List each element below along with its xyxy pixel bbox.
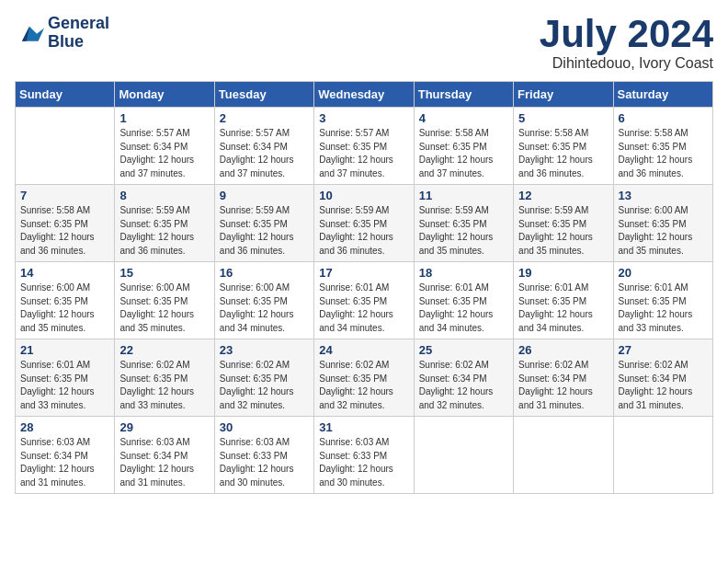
calendar-cell: 29Sunrise: 6:03 AM Sunset: 6:34 PM Dayli… (115, 417, 214, 494)
day-number: 19 (518, 266, 608, 280)
logo-text: General Blue (48, 15, 109, 52)
day-info: Sunrise: 5:58 AM Sunset: 6:35 PM Dayligh… (20, 204, 109, 258)
day-info: Sunrise: 6:01 AM Sunset: 6:35 PM Dayligh… (20, 359, 109, 412)
calendar-cell: 12Sunrise: 5:59 AM Sunset: 6:35 PM Dayli… (514, 185, 613, 262)
calendar-cell (414, 417, 513, 494)
header-row: SundayMondayTuesdayWednesdayThursdayFrid… (16, 82, 713, 108)
day-number: 18 (419, 266, 508, 280)
day-info: Sunrise: 5:57 AM Sunset: 6:34 PM Dayligh… (119, 127, 209, 180)
day-info: Sunrise: 6:00 AM Sunset: 6:35 PM Dayligh… (220, 282, 309, 335)
calendar-cell: 25Sunrise: 6:02 AM Sunset: 6:34 PM Dayli… (414, 339, 513, 417)
calendar-cell: 19Sunrise: 6:01 AM Sunset: 6:35 PM Dayli… (514, 262, 613, 339)
day-info: Sunrise: 6:03 AM Sunset: 6:34 PM Dayligh… (20, 436, 109, 489)
calendar-cell: 13Sunrise: 6:00 AM Sunset: 6:35 PM Dayli… (613, 185, 712, 262)
calendar-cell: 21Sunrise: 6:01 AM Sunset: 6:35 PM Dayli… (16, 339, 115, 417)
day-info: Sunrise: 6:02 AM Sunset: 6:34 PM Dayligh… (518, 359, 608, 412)
day-number: 6 (619, 111, 708, 125)
calendar-cell: 8Sunrise: 5:59 AM Sunset: 6:35 PM Daylig… (115, 185, 214, 262)
day-number: 27 (619, 343, 708, 357)
day-number: 28 (20, 420, 109, 434)
calendar-cell: 2Sunrise: 5:57 AM Sunset: 6:34 PM Daylig… (214, 108, 313, 185)
calendar-cell: 27Sunrise: 6:02 AM Sunset: 6:34 PM Dayli… (613, 339, 712, 417)
day-info: Sunrise: 6:00 AM Sunset: 6:35 PM Dayligh… (619, 204, 708, 258)
calendar-cell: 31Sunrise: 6:03 AM Sunset: 6:33 PM Dayli… (314, 417, 414, 494)
calendar-cell: 14Sunrise: 6:00 AM Sunset: 6:35 PM Dayli… (16, 262, 115, 339)
day-number: 20 (619, 266, 708, 280)
column-header-sunday: Sunday (16, 82, 115, 108)
calendar-cell: 1Sunrise: 5:57 AM Sunset: 6:34 PM Daylig… (115, 108, 214, 185)
day-number: 5 (518, 111, 608, 125)
week-row-5: 28Sunrise: 6:03 AM Sunset: 6:34 PM Dayli… (16, 417, 713, 494)
day-info: Sunrise: 6:03 AM Sunset: 6:33 PM Dayligh… (319, 436, 408, 489)
logo: General Blue (15, 15, 109, 52)
day-info: Sunrise: 6:01 AM Sunset: 6:35 PM Dayligh… (518, 282, 608, 335)
calendar-cell: 5Sunrise: 5:58 AM Sunset: 6:35 PM Daylig… (514, 108, 613, 185)
calendar-cell: 20Sunrise: 6:01 AM Sunset: 6:35 PM Dayli… (613, 262, 712, 339)
day-number: 23 (220, 343, 309, 357)
day-info: Sunrise: 6:02 AM Sunset: 6:35 PM Dayligh… (319, 359, 408, 412)
day-number: 3 (319, 111, 408, 125)
column-header-thursday: Thursday (414, 82, 513, 108)
day-info: Sunrise: 5:59 AM Sunset: 6:35 PM Dayligh… (119, 204, 209, 258)
day-number: 15 (119, 266, 209, 280)
day-info: Sunrise: 6:02 AM Sunset: 6:34 PM Dayligh… (619, 359, 708, 412)
calendar-cell: 7Sunrise: 5:58 AM Sunset: 6:35 PM Daylig… (16, 185, 115, 262)
day-number: 30 (220, 420, 309, 434)
location: Dihintedouo, Ivory Coast (540, 55, 713, 72)
day-info: Sunrise: 6:00 AM Sunset: 6:35 PM Dayligh… (20, 282, 109, 335)
calendar-cell: 30Sunrise: 6:03 AM Sunset: 6:33 PM Dayli… (214, 417, 313, 494)
calendar-cell: 24Sunrise: 6:02 AM Sunset: 6:35 PM Dayli… (314, 339, 414, 417)
calendar-cell: 11Sunrise: 5:59 AM Sunset: 6:35 PM Dayli… (414, 185, 513, 262)
column-header-tuesday: Tuesday (214, 82, 313, 108)
day-number: 21 (20, 343, 109, 357)
calendar-cell: 10Sunrise: 5:59 AM Sunset: 6:35 PM Dayli… (314, 185, 414, 262)
calendar-cell: 18Sunrise: 6:01 AM Sunset: 6:35 PM Dayli… (414, 262, 513, 339)
day-number: 12 (518, 189, 608, 202)
calendar-cell: 3Sunrise: 5:57 AM Sunset: 6:35 PM Daylig… (314, 108, 414, 185)
day-info: Sunrise: 5:58 AM Sunset: 6:35 PM Dayligh… (619, 127, 708, 180)
calendar-cell: 28Sunrise: 6:03 AM Sunset: 6:34 PM Dayli… (16, 417, 115, 494)
logo-icon (15, 20, 44, 46)
day-info: Sunrise: 6:03 AM Sunset: 6:34 PM Dayligh… (119, 436, 209, 489)
day-number: 2 (220, 111, 309, 125)
calendar-cell: 4Sunrise: 5:58 AM Sunset: 6:35 PM Daylig… (414, 108, 513, 185)
calendar-cell (16, 108, 115, 185)
day-info: Sunrise: 5:57 AM Sunset: 6:34 PM Dayligh… (220, 127, 309, 180)
day-info: Sunrise: 5:59 AM Sunset: 6:35 PM Dayligh… (419, 204, 508, 258)
calendar-cell: 16Sunrise: 6:00 AM Sunset: 6:35 PM Dayli… (214, 262, 313, 339)
day-info: Sunrise: 5:59 AM Sunset: 6:35 PM Dayligh… (319, 204, 408, 258)
day-number: 11 (419, 189, 508, 202)
column-header-friday: Friday (514, 82, 613, 108)
day-number: 29 (119, 420, 209, 434)
calendar-cell: 6Sunrise: 5:58 AM Sunset: 6:35 PM Daylig… (613, 108, 712, 185)
day-info: Sunrise: 5:57 AM Sunset: 6:35 PM Dayligh… (319, 127, 408, 180)
calendar-cell: 22Sunrise: 6:02 AM Sunset: 6:35 PM Dayli… (115, 339, 214, 417)
day-number: 26 (518, 343, 608, 357)
day-number: 31 (319, 420, 408, 434)
calendar-cell (514, 417, 613, 494)
day-info: Sunrise: 5:59 AM Sunset: 6:35 PM Dayligh… (220, 204, 309, 258)
week-row-3: 14Sunrise: 6:00 AM Sunset: 6:35 PM Dayli… (16, 262, 713, 339)
column-header-wednesday: Wednesday (314, 82, 414, 108)
day-number: 1 (119, 111, 209, 125)
month-title: July 2024 (540, 15, 713, 53)
day-number: 24 (319, 343, 408, 357)
column-header-monday: Monday (115, 82, 214, 108)
calendar-cell: 23Sunrise: 6:02 AM Sunset: 6:35 PM Dayli… (214, 339, 313, 417)
day-number: 14 (20, 266, 109, 280)
calendar-cell: 17Sunrise: 6:01 AM Sunset: 6:35 PM Dayli… (314, 262, 414, 339)
day-number: 13 (619, 189, 708, 202)
calendar-cell: 15Sunrise: 6:00 AM Sunset: 6:35 PM Dayli… (115, 262, 214, 339)
day-info: Sunrise: 5:58 AM Sunset: 6:35 PM Dayligh… (419, 127, 508, 180)
calendar-table: SundayMondayTuesdayWednesdayThursdayFrid… (15, 81, 713, 494)
day-number: 16 (220, 266, 309, 280)
calendar-cell: 9Sunrise: 5:59 AM Sunset: 6:35 PM Daylig… (214, 185, 313, 262)
day-info: Sunrise: 6:01 AM Sunset: 6:35 PM Dayligh… (419, 282, 508, 335)
day-info: Sunrise: 6:02 AM Sunset: 6:34 PM Dayligh… (419, 359, 508, 412)
title-area: July 2024 Dihintedouo, Ivory Coast (540, 15, 713, 72)
calendar-cell: 26Sunrise: 6:02 AM Sunset: 6:34 PM Dayli… (514, 339, 613, 417)
day-info: Sunrise: 6:01 AM Sunset: 6:35 PM Dayligh… (619, 282, 708, 335)
day-number: 4 (419, 111, 508, 125)
day-number: 25 (419, 343, 508, 357)
week-row-2: 7Sunrise: 5:58 AM Sunset: 6:35 PM Daylig… (16, 185, 713, 262)
